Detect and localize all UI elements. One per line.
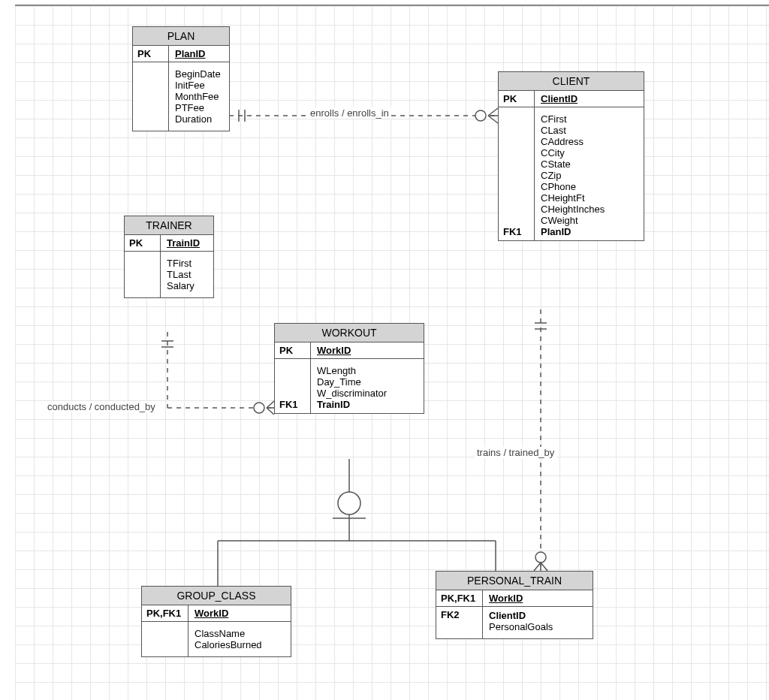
entity-plan-title: PLAN <box>133 27 229 46</box>
client-attr: CCity <box>541 147 638 158</box>
entity-group-class-title: GROUP_CLASS <box>142 587 291 605</box>
personal-train-pk-label: PK,FK1 <box>436 590 483 606</box>
plan-attr: PTFee <box>175 102 223 113</box>
workout-fk-field: TrainID <box>317 399 418 410</box>
client-attr: CState <box>541 158 638 170</box>
trainer-attr: TFirst <box>167 258 207 269</box>
plan-attr: BeginDate <box>175 68 223 80</box>
trainer-attr: Salary <box>167 280 207 291</box>
plan-attr: Duration <box>175 113 223 125</box>
entity-trainer: TRAINER PK TrainID TFirst TLast Salary <box>124 216 214 298</box>
group-class-pk-field: WorkID <box>188 605 291 621</box>
plan-pk-field: PlanID <box>169 46 229 62</box>
personal-train-pk-field: WorkID <box>483 590 593 606</box>
plan-attr: MonthFee <box>175 91 223 102</box>
workout-fk-label: FK1 <box>279 399 306 410</box>
trainer-attr: TLast <box>167 269 207 280</box>
client-attr: CPhone <box>541 181 638 192</box>
trainer-pk-field: TrainID <box>161 235 213 251</box>
client-attr: CWeight <box>541 215 638 226</box>
personal-train-fk-label: FK2 <box>436 607 483 638</box>
entity-client-title: CLIENT <box>499 72 644 91</box>
client-attr: CFirst <box>541 113 638 125</box>
workout-attr: Day_Time <box>317 376 418 388</box>
entity-personal-train: PERSONAL_TRAIN PK,FK1 WorkID FK2 ClientI… <box>436 571 593 639</box>
entity-trainer-title: TRAINER <box>125 216 213 235</box>
client-pk-field: ClientID <box>535 91 644 107</box>
rel-label-conducts: conducts / conducted_by <box>45 401 158 412</box>
plan-attr: InitFee <box>175 80 223 91</box>
plan-pk-label: PK <box>133 46 169 62</box>
workout-pk-field: WorkID <box>311 342 424 358</box>
workout-attr: W_discriminator <box>317 388 418 399</box>
group-class-attr: CaloriesBurned <box>195 639 285 650</box>
personal-train-fk-field: ClientID <box>489 610 587 621</box>
client-pk-label: PK <box>499 91 535 107</box>
workout-pk-label: PK <box>275 342 311 358</box>
group-class-attr: ClassName <box>195 628 285 639</box>
rel-label-enrolls: enrolls / enrolls_in <box>308 107 391 119</box>
client-attr: CAddress <box>541 136 638 147</box>
client-fk-label: FK1 <box>503 226 529 237</box>
client-attr: CHeightFt <box>541 192 638 204</box>
client-attr: CLast <box>541 125 638 136</box>
rel-label-trains: trains / trained_by <box>475 447 556 458</box>
client-attr: CZip <box>541 170 638 181</box>
trainer-pk-label: PK <box>125 235 161 251</box>
entity-client: CLIENT PK ClientID FK1 CFirst CLast CAdd… <box>498 71 644 241</box>
entity-workout: WORKOUT PK WorkID FK1 WLength Day_Time W… <box>274 323 424 414</box>
personal-train-attr: PersonalGoals <box>489 621 587 632</box>
entity-plan: PLAN PK PlanID BeginDate InitFee MonthFe… <box>132 26 230 131</box>
entity-workout-title: WORKOUT <box>275 324 424 342</box>
entity-personal-train-title: PERSONAL_TRAIN <box>436 572 593 590</box>
client-fk-field: PlanID <box>541 226 638 237</box>
workout-attr: WLength <box>317 365 418 376</box>
group-class-pk-label: PK,FK1 <box>142 605 188 621</box>
client-attr: CHeightInches <box>541 204 638 215</box>
entity-group-class: GROUP_CLASS PK,FK1 WorkID ClassName Calo… <box>141 586 291 657</box>
